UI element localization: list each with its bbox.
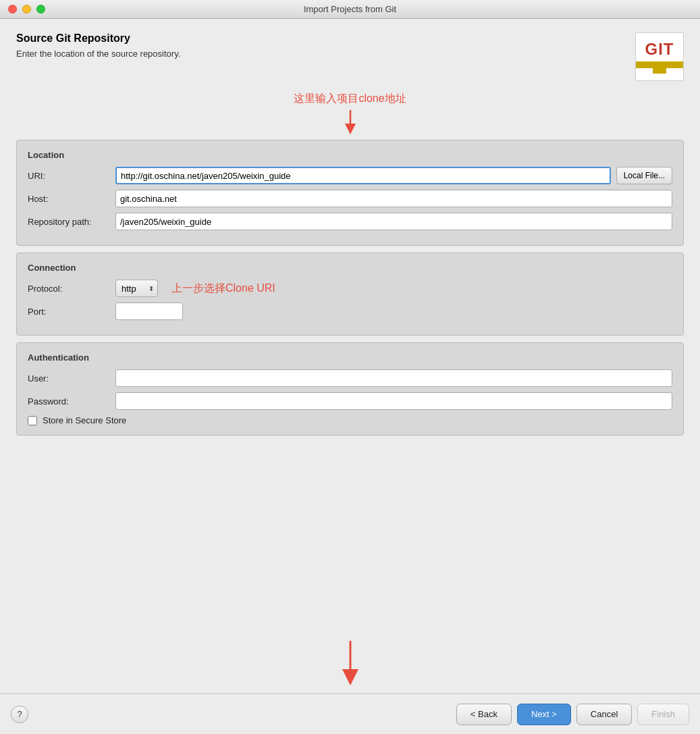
side-annotation-text: 上一步选择Clone URI bbox=[171, 282, 275, 296]
protocol-wrapper: http https git ssh ⬍ bbox=[115, 280, 158, 297]
port-input[interactable] bbox=[115, 303, 183, 320]
uri-label: URI: bbox=[28, 171, 115, 181]
secure-store-label[interactable]: Store in Secure Store bbox=[43, 415, 126, 425]
close-button[interactable] bbox=[8, 5, 17, 14]
top-annotation-text: 这里输入项目clone地址 bbox=[16, 92, 684, 106]
host-input[interactable] bbox=[115, 190, 672, 207]
git-logo: GIT bbox=[635, 32, 684, 81]
cancel-button[interactable]: Cancel bbox=[576, 704, 632, 725]
secure-store-row: Store in Secure Store bbox=[28, 415, 672, 425]
repo-path-row: Repository path: bbox=[28, 213, 672, 230]
finish-button: Finish bbox=[637, 704, 689, 725]
repo-path-input[interactable] bbox=[115, 213, 672, 230]
title-bar: Import Projects from Git bbox=[0, 0, 700, 19]
header-section: Source Git Repository Enter the location… bbox=[16, 32, 684, 81]
git-logo-connector bbox=[653, 68, 666, 74]
password-row: Password: bbox=[28, 392, 672, 410]
connection-title: Connection bbox=[28, 263, 672, 273]
port-row: Port: bbox=[28, 303, 672, 320]
top-annotation-area: 这里输入项目clone地址 bbox=[16, 92, 684, 136]
back-button[interactable]: < Back bbox=[456, 704, 512, 725]
port-label: Port: bbox=[28, 307, 115, 317]
spacer-area bbox=[16, 442, 684, 693]
bottom-buttons: < Back Next > Cancel Finish bbox=[456, 704, 689, 725]
svg-marker-3 bbox=[342, 669, 358, 685]
page-subtitle: Enter the location of the source reposit… bbox=[16, 49, 180, 59]
page-title: Source Git Repository bbox=[16, 32, 180, 45]
window-controls bbox=[8, 5, 45, 14]
protocol-row: Protocol: http https git ssh ⬍ 上一步选择Clon… bbox=[28, 280, 672, 297]
top-arrow bbox=[16, 109, 684, 136]
window-title: Import Projects from Git bbox=[304, 4, 396, 14]
git-logo-bar bbox=[636, 61, 683, 68]
header-text: Source Git Repository Enter the location… bbox=[16, 32, 180, 59]
auth-section: Authentication User: Password: Store in … bbox=[16, 342, 684, 436]
repo-path-label: Repository path: bbox=[28, 217, 115, 227]
protocol-label: Protocol: bbox=[28, 284, 115, 294]
location-title: Location bbox=[28, 150, 672, 160]
next-button[interactable]: Next > bbox=[517, 704, 571, 725]
maximize-button[interactable] bbox=[36, 5, 45, 14]
protocol-select[interactable]: http https git ssh bbox=[115, 280, 158, 297]
password-input[interactable] bbox=[115, 392, 672, 410]
bottom-bar: ? < Back Next > Cancel Finish bbox=[0, 693, 700, 734]
bottom-arrow bbox=[333, 639, 367, 687]
host-label: Host: bbox=[28, 194, 115, 204]
user-row: User: bbox=[28, 369, 672, 387]
local-file-button[interactable]: Local File... bbox=[616, 167, 672, 184]
uri-row: URI: Local File... bbox=[28, 167, 672, 184]
host-row: Host: bbox=[28, 190, 672, 207]
svg-marker-1 bbox=[345, 124, 356, 134]
user-input[interactable] bbox=[115, 369, 672, 387]
help-button[interactable]: ? bbox=[11, 706, 28, 723]
uri-input[interactable] bbox=[115, 167, 611, 184]
location-section: Location URI: Local File... Host: Reposi… bbox=[16, 140, 684, 246]
git-logo-text: GIT bbox=[645, 40, 674, 59]
secure-store-checkbox[interactable] bbox=[28, 416, 37, 425]
dialog-body: Source Git Repository Enter the location… bbox=[0, 19, 700, 693]
password-label: Password: bbox=[28, 396, 115, 407]
user-label: User: bbox=[28, 373, 115, 384]
minimize-button[interactable] bbox=[22, 5, 31, 14]
auth-title: Authentication bbox=[28, 352, 672, 363]
connection-section: Connection Protocol: http https git ssh … bbox=[16, 253, 684, 336]
